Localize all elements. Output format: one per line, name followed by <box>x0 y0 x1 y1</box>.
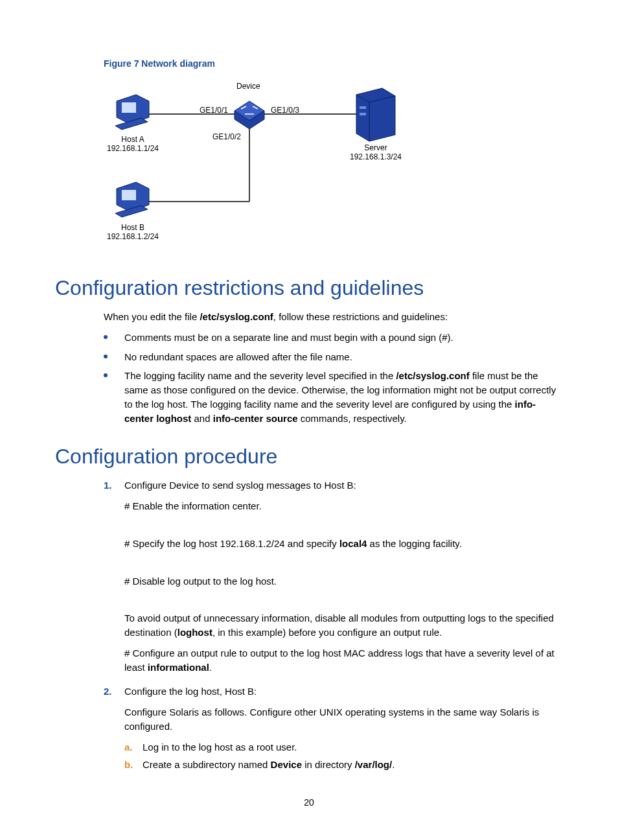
heading-procedure: Configuration procedure <box>55 445 563 469</box>
svg-rect-7 <box>122 190 136 200</box>
device-icon <box>235 101 264 129</box>
svg-rect-5 <box>360 106 366 109</box>
svg-rect-6 <box>360 113 366 115</box>
server-name: Server <box>364 143 387 152</box>
hostb-name: Host B <box>121 223 144 232</box>
procedure-steps: Configure Device to send syslog messages… <box>104 478 563 772</box>
restrictions-intro: When you edit the file /etc/syslog.conf,… <box>104 310 563 324</box>
host-a-icon <box>115 95 149 130</box>
step-1: Configure Device to send syslog messages… <box>104 478 563 674</box>
substep-a: Log in to the log host as a root user. <box>124 740 563 754</box>
substep-b: Create a subdirectory named Device in di… <box>124 758 563 772</box>
svg-rect-4 <box>122 102 136 113</box>
host-b-icon <box>115 182 149 217</box>
heading-restrictions: Configuration restrictions and guideline… <box>55 276 563 300</box>
server-icon <box>356 88 395 141</box>
port-ge102: GE1/0/2 <box>212 132 241 141</box>
substeps: Log in to the log host as a root user. C… <box>124 740 563 773</box>
server-ip: 192.168.1.3/24 <box>350 152 402 161</box>
page-number: 20 <box>0 797 618 808</box>
port-ge101: GE1/0/1 <box>200 106 228 115</box>
step-2: Configure the log host, Host B: Configur… <box>104 684 563 772</box>
network-diagram: Device GE1/0/1 GE1/0/3 GE1/0/2 Host A 19… <box>104 75 428 257</box>
hosta-ip: 192.168.1.1/24 <box>107 144 159 153</box>
figure-caption: Figure 7 Network diagram <box>104 58 563 69</box>
port-ge103: GE1/0/3 <box>271 106 299 115</box>
hosta-name: Host A <box>121 135 144 144</box>
bullet-1: Comments must be on a separate line and … <box>104 331 563 345</box>
bullet-2: No redundant spaces are allowed after th… <box>104 350 563 364</box>
restrictions-list: Comments must be on a separate line and … <box>104 331 563 426</box>
device-label: Device <box>236 82 260 91</box>
hostb-ip: 192.168.1.2/24 <box>107 232 159 241</box>
bullet-3: The logging facility name and the severi… <box>104 369 563 425</box>
